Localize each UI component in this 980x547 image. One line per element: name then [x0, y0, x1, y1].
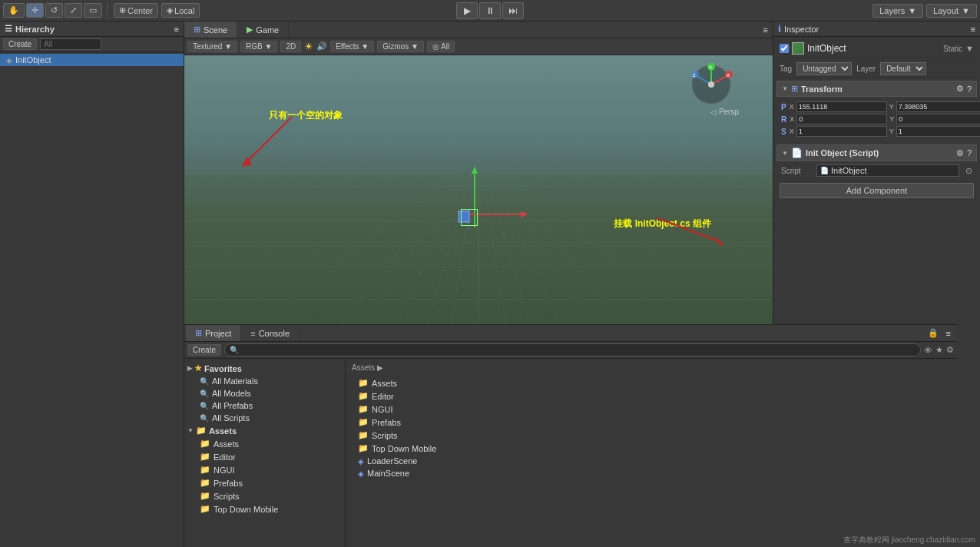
main-item-assets[interactable]: 📁 Assets: [352, 376, 951, 390]
active-toggle[interactable]: [780, 44, 789, 53]
gizmo-xyz[interactable]: Y X Z: [688, 61, 734, 108]
hierarchy-item-label: InitObject: [15, 55, 51, 65]
tab-game[interactable]: ▶ Game: [237, 22, 289, 38]
script-circle-icon[interactable]: ⊙: [965, 166, 972, 176]
object-name-field[interactable]: InitObject: [807, 43, 940, 54]
tab-project[interactable]: ⊞ Project: [186, 325, 241, 341]
transform-component-header[interactable]: ▼ ⊞ Transform ⚙ ?: [776, 81, 977, 97]
play-btn[interactable]: ▶: [456, 2, 478, 19]
tab-console[interactable]: ≡ Console: [241, 325, 300, 341]
transform-help-icon[interactable]: ?: [967, 85, 972, 94]
main-item-loaderscene[interactable]: ◈ LoaderScene: [352, 455, 951, 467]
hierarchy-search-input[interactable]: [40, 38, 101, 50]
script-row: Script 📄 InitObject ⊙: [776, 163, 977, 178]
hierarchy-menu-icon[interactable]: ≡: [174, 25, 179, 34]
move-tool-btn[interactable]: ✛: [26, 3, 44, 18]
scene-panel-menu[interactable]: ≡: [759, 25, 773, 35]
scene-view[interactable]: Y X Z ◁ Persp: [184, 55, 773, 324]
sidebar-item-all-models[interactable]: 🔍 All Models: [184, 387, 345, 399]
svg-marker-23: [472, 166, 478, 174]
rot-y-field: Y: [889, 114, 980, 124]
pos-x-input[interactable]: [796, 101, 887, 112]
layer-select[interactable]: Default: [880, 62, 926, 75]
tag-layer-row: Tag Untagged Layer Default: [776, 61, 977, 78]
position-xyz: X Y Z: [790, 101, 980, 112]
svg-text:Y: Y: [709, 65, 712, 70]
hierarchy-create-btn[interactable]: Create: [3, 38, 37, 50]
rot-y-input[interactable]: [896, 114, 980, 124]
script-settings-icon[interactable]: ⚙: [956, 148, 964, 158]
triangle-favorites: ▶: [187, 365, 192, 372]
project-create-btn[interactable]: Create: [187, 344, 221, 356]
inspector-menu-icon[interactable]: ≡: [971, 25, 975, 34]
main-item-mainscene[interactable]: ◈ MainScene: [352, 467, 951, 479]
tab-scene[interactable]: ⊞ Scene: [184, 22, 237, 38]
chevron-down-icon: ▼: [908, 6, 916, 15]
rect-tool-btn[interactable]: ▭: [84, 3, 102, 18]
sidebar-assets-scripts[interactable]: 📁 Scripts: [184, 489, 345, 502]
main-item-topdownmobile[interactable]: 📁 Top Down Mobile: [352, 442, 951, 455]
local-btn[interactable]: ◈ Local: [161, 3, 200, 18]
sidebar-assets-ngui[interactable]: 📁 NGUI: [184, 463, 345, 476]
pause-btn[interactable]: ⏸: [479, 2, 501, 19]
favorites-section[interactable]: ▶ ★ Favorites: [184, 362, 345, 375]
bottom-content: ▶ ★ Favorites 🔍 All Materials 🔍 All Mode…: [184, 359, 957, 547]
scale-x-field: X: [790, 126, 887, 137]
2d-btn[interactable]: 2D: [280, 41, 301, 52]
layers-dropdown[interactable]: Layers ▼: [872, 4, 923, 18]
pos-y-input[interactable]: [896, 101, 980, 112]
sidebar-item-all-materials[interactable]: 🔍 All Materials: [184, 375, 345, 387]
rotate-tool-btn[interactable]: ↺: [45, 3, 63, 18]
scene-file-icon: ◈: [358, 457, 364, 466]
scale-y-input[interactable]: [896, 126, 980, 137]
star-icon: ★: [194, 363, 202, 373]
main-item-ngui[interactable]: 📁 NGUI: [352, 403, 951, 416]
selection-highlight: [461, 209, 478, 226]
hierarchy-header-left: ☰ Hierarchy: [5, 24, 55, 34]
persp-label: ◁ Persp: [710, 108, 739, 116]
inspector-header-left: ℹ Inspector: [778, 24, 819, 34]
static-dropdown-icon[interactable]: ▼: [965, 44, 974, 53]
tag-select[interactable]: Untagged: [796, 62, 852, 75]
sidebar-item-all-scripts[interactable]: 🔍 All Scripts: [184, 412, 345, 424]
all-dropdown[interactable]: ◎ All: [427, 41, 455, 52]
center-btn[interactable]: ⊕ Center: [114, 3, 158, 18]
folder-icon: 📁: [200, 478, 210, 488]
project-search-input[interactable]: [224, 343, 921, 356]
pos-y-field: Y: [889, 101, 980, 112]
script-component-header[interactable]: ▼ 📄 Init Object (Script) ⚙ ?: [776, 144, 977, 161]
rgb-dropdown[interactable]: RGB ▼: [240, 41, 277, 52]
svg-marker-25: [521, 211, 528, 217]
main-item-prefabs[interactable]: 📁 Prefabs: [352, 416, 951, 429]
layout-dropdown[interactable]: Layout ▼: [926, 4, 977, 18]
main-item-editor[interactable]: 📁 Editor: [352, 390, 951, 403]
main-item-scripts[interactable]: 📁 Scripts: [352, 429, 951, 442]
hand-tool-btn[interactable]: ✋: [3, 3, 25, 18]
folder-icon: 📁: [358, 430, 369, 440]
assets-section[interactable]: ▼ 📁 Assets: [184, 424, 345, 437]
center-panel: ⊞ Scene ▶ Game ≡ Textured ▼ RGB ▼ 2D ☀ 🔊…: [184, 22, 773, 547]
bottom-panel-menu[interactable]: ≡: [942, 329, 955, 338]
sidebar-assets-editor[interactable]: 📁 Editor: [184, 450, 345, 463]
rot-x-input[interactable]: [796, 114, 887, 124]
add-component-btn[interactable]: Add Component: [780, 183, 974, 198]
sidebar-item-all-prefabs[interactable]: 🔍 All Prefabs: [184, 399, 345, 412]
gizmos-dropdown[interactable]: Gizmos ▼: [377, 41, 424, 52]
transform-component: ▼ ⊞ Transform ⚙ ? P X: [776, 81, 977, 141]
transform-menu-icon[interactable]: ⚙: [956, 84, 964, 94]
scale-tool-btn[interactable]: ⤢: [65, 3, 82, 18]
step-btn[interactable]: ⏭: [502, 2, 524, 19]
textured-dropdown[interactable]: Textured ▼: [187, 41, 237, 52]
effects-dropdown[interactable]: Effects ▼: [330, 41, 374, 52]
hierarchy-item-initobject[interactable]: ◈ InitObject: [0, 54, 184, 66]
sidebar-assets-assets[interactable]: 📁 Assets: [184, 437, 345, 450]
sidebar-assets-topdownmobile[interactable]: 📁 Top Down Mobile: [184, 502, 345, 516]
script-reference[interactable]: 📄 InitObject: [816, 164, 959, 177]
top-toolbar: ✋ ✛ ↺ ⤢ ▭ ⊕ Center ◈ Local ▶ ⏸ ⏭ Layers …: [0, 0, 980, 22]
script-help-icon[interactable]: ?: [967, 148, 972, 157]
gear-small-icon: ⚙: [946, 345, 954, 355]
scale-x-input[interactable]: [796, 126, 887, 137]
svg-text:Z: Z: [693, 73, 696, 78]
sidebar-assets-prefabs[interactable]: 📁 Prefabs: [184, 476, 345, 489]
rot-x-field: X: [790, 114, 887, 124]
